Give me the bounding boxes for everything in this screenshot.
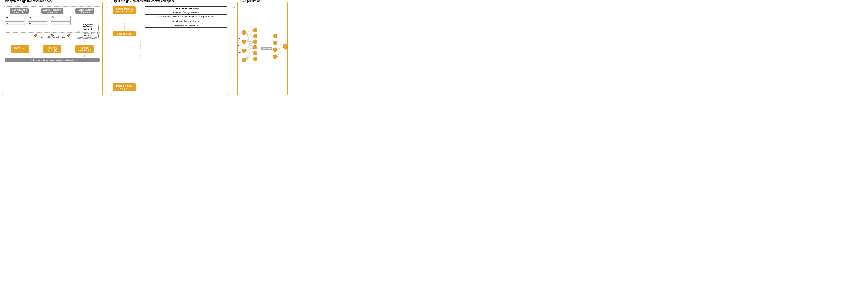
svg-line-4 bbox=[246, 30, 253, 32]
nn-input-labels: V1 V2 A1 T1 bbox=[238, 38, 241, 60]
vr-section-title: VR system cognitive resource space bbox=[4, 0, 54, 3]
prediction-arrow: Prediction bbox=[261, 47, 272, 50]
label-t1: T1 bbox=[238, 57, 241, 60]
svg-point-1 bbox=[242, 40, 246, 44]
svg-line-6 bbox=[246, 32, 253, 42]
svg-line-18 bbox=[246, 48, 253, 60]
features-row: Features of design elements bbox=[146, 10, 227, 14]
qfd-to-cnn-arrow: → bbox=[230, 2, 236, 95]
nn-output-svg: N bbox=[273, 26, 287, 71]
svg-line-17 bbox=[246, 42, 253, 60]
system-cognitive-block: System cognitive low load demand bbox=[113, 6, 135, 14]
conversion-label: conversion bbox=[123, 21, 125, 30]
correlation-row: Correlation matrix of user requirements … bbox=[146, 14, 227, 19]
tactile-box: Tactilesensation(T) bbox=[75, 45, 94, 53]
svg-point-29 bbox=[273, 55, 277, 59]
vr-content: Visual featureelements Auditory featuree… bbox=[5, 7, 100, 90]
main-container: VR system cognitive resource space Visua… bbox=[0, 0, 289, 97]
qfd-section: QFD design element feature conversion sp… bbox=[111, 2, 229, 95]
auditory-feature-box: Auditory featureelements bbox=[41, 7, 63, 14]
label-v1: V1 bbox=[238, 38, 241, 40]
user-demand-block: User demand bbox=[113, 31, 135, 36]
svg-line-13 bbox=[246, 36, 253, 51]
qfd-left-column: System cognitive low load demand ↓ conve… bbox=[113, 6, 135, 91]
svg-line-14 bbox=[246, 42, 253, 51]
svg-point-25 bbox=[253, 57, 257, 61]
svg-line-10 bbox=[246, 36, 253, 42]
qfd-house: Design element relevance Features of des… bbox=[145, 6, 227, 91]
svg-point-23 bbox=[253, 46, 257, 50]
svg-point-28 bbox=[273, 48, 277, 52]
vision-box: Vision（V） bbox=[11, 45, 29, 53]
svg-point-2 bbox=[242, 49, 246, 53]
svg-line-32 bbox=[277, 46, 283, 50]
svg-line-31 bbox=[277, 43, 283, 46]
vr-section: VR system cognitive resource space Visua… bbox=[2, 2, 102, 95]
label-a1: A1 bbox=[238, 51, 241, 53]
sense-boxes-row: Vision（V） Auditorysense(A) Tactilesensat… bbox=[5, 45, 100, 53]
tactile-feature-box: Tactile featureelements bbox=[75, 7, 94, 14]
importance-row: Importance of design elements bbox=[146, 19, 227, 23]
svg-point-24 bbox=[253, 51, 257, 55]
visual-feature-box: Visual featureelements bbox=[10, 7, 29, 14]
svg-line-33 bbox=[277, 46, 283, 57]
svg-point-26 bbox=[273, 34, 277, 38]
svg-line-19 bbox=[246, 53, 253, 60]
svg-point-22 bbox=[253, 40, 257, 44]
svg-point-21 bbox=[253, 34, 257, 38]
cognitive-feedback-title: Cognitive behavioral feedback bbox=[78, 23, 98, 30]
design-relevance-header: Design element relevance bbox=[174, 7, 199, 10]
svg-point-3 bbox=[242, 58, 246, 62]
cnn-section-title: CNN prediction bbox=[240, 0, 261, 3]
svg-line-8 bbox=[246, 32, 253, 53]
svg-line-15 bbox=[246, 48, 253, 51]
cnn-section: CNN prediction V1 V2 A1 T1 bbox=[237, 2, 288, 95]
nn-connections-svg bbox=[242, 26, 260, 71]
neural-network: V1 V2 A1 T1 bbox=[239, 6, 286, 91]
svg-text:N: N bbox=[285, 46, 286, 48]
label-v2: V2 bbox=[238, 45, 241, 47]
svg-line-16 bbox=[246, 51, 253, 53]
channel-label: VR system interface scene perception cha… bbox=[5, 58, 100, 62]
vr-to-qfd-arrow: → bbox=[104, 2, 110, 95]
svg-point-20 bbox=[253, 28, 257, 32]
auditory-box: Auditorysense(A) bbox=[43, 45, 61, 53]
cnn-inner: V1 V2 A1 T1 bbox=[239, 6, 286, 91]
svg-line-30 bbox=[277, 36, 283, 46]
qfd-section-title: QFD design element feature conversion sp… bbox=[113, 0, 176, 3]
vr-inner: Visual featureelements Auditory featuree… bbox=[4, 6, 101, 91]
svg-point-0 bbox=[242, 30, 246, 35]
svg-point-27 bbox=[273, 41, 277, 45]
qfd-inner: System cognitive low load demand ↓ conve… bbox=[113, 6, 227, 91]
feature-elements-row: Visual featureelements Auditory featuree… bbox=[5, 7, 100, 14]
design-feature-block: Design feature analysis bbox=[113, 83, 135, 91]
relevance-row: Design element relevance bbox=[146, 23, 227, 28]
